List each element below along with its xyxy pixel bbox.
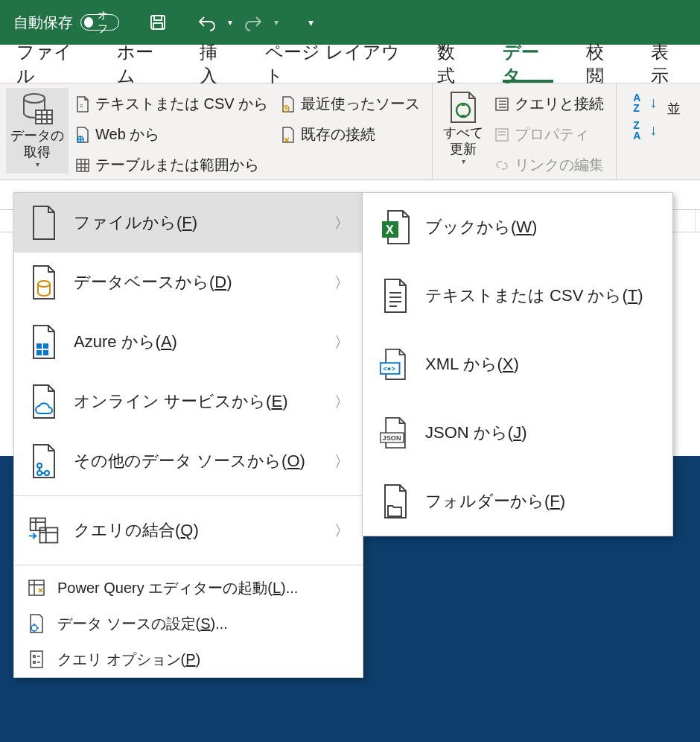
submenu-from-xml[interactable]: <●> XML から(X) bbox=[363, 330, 672, 399]
from-text-csv-button[interactable]: ≡ テキストまたは CSV から bbox=[69, 91, 274, 117]
svg-text:<●>: <●> bbox=[384, 365, 395, 372]
settings-file-icon bbox=[26, 613, 47, 634]
autosave-label: 自動保存 bbox=[13, 13, 73, 33]
azure-icon bbox=[28, 326, 60, 358]
menu-query-options-label: クエリ オプション(P) bbox=[57, 650, 200, 670]
get-data-button[interactable]: データの 取得 ▾ bbox=[6, 88, 69, 174]
title-bar: 自動保存 オフ ▾ ▾ ▾ bbox=[0, 0, 700, 45]
menu-from-azure[interactable]: Azure から(A) 〉 bbox=[14, 312, 363, 372]
chevron-right-icon: 〉 bbox=[334, 213, 349, 233]
ribbon-group-get-transform: データの 取得 ▾ ≡ テキストまたは CSV から Web から テーブルま bbox=[0, 83, 433, 180]
chevron-right-icon: 〉 bbox=[334, 451, 349, 472]
svg-rect-2 bbox=[153, 23, 162, 29]
connection-icon bbox=[280, 127, 296, 143]
get-data-col2: 最近使ったソース 既存の接続 bbox=[274, 88, 426, 150]
autosave-knob bbox=[84, 17, 93, 28]
menu-query-options[interactable]: クエリ オプション(P) bbox=[14, 641, 363, 677]
save-icon[interactable] bbox=[149, 13, 167, 31]
svg-point-25 bbox=[38, 281, 50, 287]
menu-combine-queries[interactable]: クエリの結合(Q) 〉 bbox=[14, 501, 363, 560]
redo-icon[interactable] bbox=[243, 13, 264, 31]
submenu-from-text-csv-label: テキストまたは CSV から(T) bbox=[425, 285, 643, 307]
svg-rect-41 bbox=[29, 580, 44, 595]
tab-page-layout[interactable]: ページ レイアウト bbox=[249, 45, 421, 83]
tab-insert[interactable]: 挿入 bbox=[183, 45, 249, 83]
options-icon bbox=[26, 649, 47, 670]
menu-data-source-settings[interactable]: データ ソースの設定(S)... bbox=[14, 606, 363, 641]
properties-button: プロパティ bbox=[488, 121, 610, 148]
queries-connections-button[interactable]: クエリと接続 bbox=[488, 91, 610, 117]
undo-dropdown-icon[interactable]: ▾ bbox=[228, 17, 232, 28]
refresh-icon bbox=[447, 91, 480, 124]
menu-from-azure-label: Azure から(A) bbox=[74, 331, 177, 353]
recent-sources-button[interactable]: 最近使ったソース bbox=[274, 91, 426, 117]
undo-icon[interactable] bbox=[197, 13, 217, 31]
tab-data[interactable]: データ bbox=[486, 45, 569, 83]
menu-from-database[interactable]: データベースから(D) 〉 bbox=[14, 253, 363, 312]
sort-za-icon: ZA bbox=[629, 122, 645, 139]
svg-rect-26 bbox=[36, 343, 42, 349]
autosave-toggle[interactable]: 自動保存 オフ bbox=[13, 13, 119, 33]
menu-from-online[interactable]: オンライン サービスから(E) 〉 bbox=[14, 372, 363, 431]
chevron-down-icon: ▾ bbox=[36, 160, 39, 168]
menu-separator bbox=[14, 495, 363, 496]
svg-rect-28 bbox=[36, 350, 42, 355]
from-table-range-button[interactable]: テーブルまたは範囲から bbox=[69, 152, 274, 178]
xml-icon: <●> bbox=[379, 348, 412, 381]
menu-separator bbox=[14, 565, 363, 565]
editor-icon bbox=[26, 577, 47, 598]
submenu-from-text-csv[interactable]: テキストまたは CSV から(T) bbox=[363, 261, 672, 330]
tab-file[interactable]: ファイル bbox=[0, 45, 101, 83]
menu-from-database-label: データベースから(D) bbox=[74, 271, 232, 294]
svg-rect-1 bbox=[154, 16, 162, 20]
menu-from-file-label: ファイルから(F) bbox=[74, 212, 197, 234]
refresh-all-button[interactable]: すべて 更新 ▾ bbox=[439, 88, 488, 174]
excel-icon: X bbox=[379, 211, 412, 244]
table-icon bbox=[74, 157, 91, 174]
json-icon: JSON bbox=[379, 416, 412, 449]
svg-point-47 bbox=[34, 662, 36, 664]
menu-launch-pqe-label: Power Query エディターの起動(L)... bbox=[57, 578, 298, 598]
text-file-icon bbox=[379, 279, 412, 312]
get-data-menu: ファイルから(F) 〉 データベースから(D) 〉 Azure から(A) 〉 … bbox=[13, 192, 363, 678]
menu-launch-pqe[interactable]: Power Query エディターの起動(L)... bbox=[14, 570, 363, 606]
tab-formulas[interactable]: 数式 bbox=[421, 45, 486, 83]
ribbon: データの 取得 ▾ ≡ テキストまたは CSV から Web から テーブルま bbox=[0, 83, 700, 180]
submenu-from-json[interactable]: JSON JSON から(J) bbox=[363, 399, 672, 467]
autosave-switch[interactable]: オフ bbox=[80, 14, 119, 31]
svg-point-44 bbox=[31, 625, 37, 631]
tab-view[interactable]: 表示 bbox=[634, 45, 700, 83]
chevron-right-icon: 〉 bbox=[334, 273, 349, 293]
svg-rect-35 bbox=[31, 519, 45, 531]
queries-icon bbox=[494, 96, 510, 112]
sort-button[interactable]: 並 bbox=[663, 88, 685, 174]
qat-customize-icon[interactable]: ▾ bbox=[308, 16, 314, 28]
queries-col: クエリと接続 プロパティ リンクの編集 bbox=[488, 88, 610, 181]
submenu-from-folder-label: フォルダーから(F) bbox=[425, 490, 565, 513]
sort-col: AZ ↓ ZA ↓ bbox=[623, 88, 663, 145]
chevron-right-icon: 〉 bbox=[334, 521, 349, 541]
svg-text:X: X bbox=[386, 223, 394, 236]
get-data-label: データの 取得 bbox=[10, 128, 64, 160]
tab-review[interactable]: 校閲 bbox=[570, 45, 635, 83]
database-icon bbox=[19, 91, 55, 127]
svg-rect-45 bbox=[31, 651, 42, 668]
submenu-from-folder[interactable]: フォルダーから(F) bbox=[363, 467, 672, 536]
sort-asc-button[interactable]: AZ ↓ bbox=[623, 91, 663, 114]
menu-from-file[interactable]: ファイルから(F) 〉 bbox=[14, 193, 363, 253]
sort-desc-button[interactable]: ZA ↓ bbox=[623, 118, 663, 142]
file-text-icon: ≡ bbox=[74, 96, 91, 112]
svg-rect-27 bbox=[43, 343, 48, 349]
tab-home[interactable]: ホーム bbox=[101, 45, 183, 83]
menu-from-other[interactable]: その他のデータ ソースから(O) 〉 bbox=[14, 431, 363, 491]
folder-icon bbox=[379, 485, 412, 518]
svg-text:≡: ≡ bbox=[80, 103, 83, 110]
from-web-button[interactable]: Web から bbox=[69, 121, 274, 148]
submenu-from-workbook[interactable]: X ブックから(W) bbox=[363, 193, 672, 261]
redo-dropdown-icon[interactable]: ▾ bbox=[274, 17, 279, 28]
link-icon bbox=[494, 157, 510, 174]
menu-from-online-label: オンライン サービスから(E) bbox=[74, 390, 287, 413]
existing-connections-button[interactable]: 既存の接続 bbox=[274, 121, 426, 148]
database-file-icon bbox=[28, 266, 60, 299]
chevron-right-icon: 〉 bbox=[334, 392, 349, 412]
